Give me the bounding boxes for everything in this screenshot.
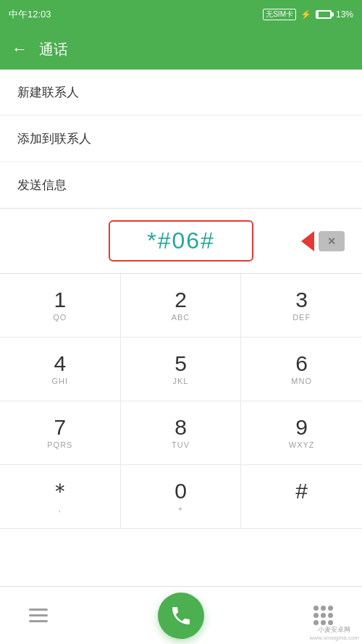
dialer-display: *#06#	[109, 220, 253, 262]
dialer-input-row: *#06# ✕	[0, 209, 362, 274]
status-time: 中午12:03	[9, 8, 51, 21]
call-button[interactable]	[158, 593, 204, 639]
key-4[interactable]: 4 GHI	[0, 338, 121, 401]
key-7[interactable]: 7 PQRS	[0, 401, 121, 465]
status-bar: 中午12:03 无SIM卡 ⚡ 13%	[0, 0, 362, 29]
delete-x-icon: ✕	[327, 235, 336, 247]
menu-item-add-contact[interactable]: 添加到联系人	[0, 116, 362, 162]
grid-button[interactable]	[313, 606, 333, 625]
battery-fill	[317, 12, 319, 17]
dialpad: 1 QO 2 ABC 3 DEF 4 GHI 5 JKL 6 MNO 7 PQR…	[0, 274, 362, 529]
key-star[interactable]: ＊ ,	[0, 465, 121, 529]
bottom-bar	[0, 586, 362, 644]
key-9[interactable]: 9 WXYZ	[241, 401, 362, 465]
watermark-brand: 小麦安卓网	[318, 625, 350, 635]
key-5[interactable]: 5 JKL	[121, 338, 242, 401]
toolbar: ← 通话	[0, 29, 362, 70]
key-2[interactable]: 2 ABC	[121, 274, 242, 338]
delete-button[interactable]: ✕	[319, 231, 345, 251]
key-8[interactable]: 8 TUV	[121, 401, 242, 465]
menu-section: 新建联系人 添加到联系人 发送信息	[0, 70, 362, 209]
key-0[interactable]: 0 +	[121, 465, 242, 529]
toolbar-title: 通话	[39, 40, 68, 59]
key-3[interactable]: 3 DEF	[241, 274, 362, 338]
menu-button[interactable]	[29, 609, 48, 622]
lightning-icon: ⚡	[300, 9, 311, 20]
phone-icon	[169, 604, 193, 627]
delete-area: ✕	[301, 231, 345, 251]
back-button[interactable]: ←	[12, 41, 28, 57]
watermark-site: www.xmsigma.com	[310, 635, 359, 641]
menu-item-new-contact[interactable]: 新建联系人	[0, 70, 362, 116]
battery-percent: 13%	[336, 9, 353, 20]
watermark: 小麦安卓网 www.xmsigma.com	[310, 625, 359, 641]
menu-item-send-message[interactable]: 发送信息	[0, 162, 362, 208]
watermark-text: 小麦安卓网 www.xmsigma.com	[310, 625, 359, 641]
grid-icon	[313, 606, 333, 625]
key-6[interactable]: 6 MNO	[241, 338, 362, 401]
no-sim-label: 无SIM卡	[263, 9, 296, 20]
key-hash[interactable]: #	[241, 465, 362, 529]
dialer-display-value: *#06#	[147, 227, 215, 254]
arrow-left-icon	[301, 231, 314, 251]
status-right: 无SIM卡 ⚡ 13%	[263, 9, 353, 20]
battery-icon	[316, 10, 332, 19]
key-1[interactable]: 1 QO	[0, 274, 121, 338]
hamburger-icon	[29, 609, 48, 622]
